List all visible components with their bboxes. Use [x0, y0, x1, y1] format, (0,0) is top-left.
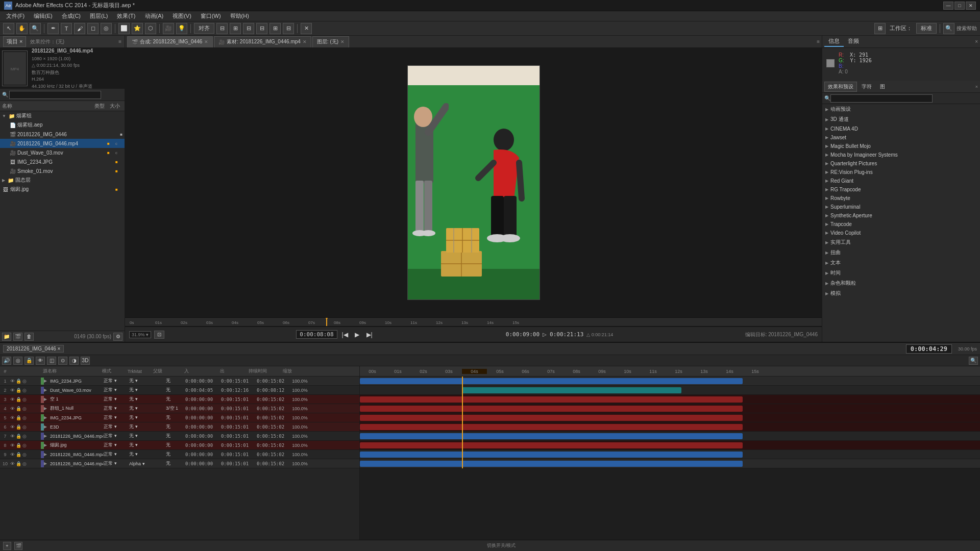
project-tab[interactable]: 项目 ×: [3, 36, 26, 47]
minimize-button[interactable]: —: [943, 2, 953, 10]
layer-trk[interactable]: 无 ▾: [129, 423, 155, 430]
layer-expand-icon[interactable]: ▶: [44, 461, 50, 466]
layer-expand-icon[interactable]: ▶: [44, 415, 50, 420]
layer-eye-icon[interactable]: 👁: [10, 388, 15, 393]
align-left[interactable]: ⊟: [216, 23, 228, 34]
layer-lock-icon[interactable]: 🔒: [16, 452, 21, 457]
tool-light[interactable]: 💡: [176, 23, 187, 34]
layer-lock-icon[interactable]: 🔒: [16, 424, 21, 430]
effects-cat-noise[interactable]: ▶ 杂色和颗粒: [822, 278, 980, 288]
tl-lock[interactable]: 🔒: [24, 357, 34, 365]
effects-cat-superluminal[interactable]: ▶ Superluminal: [822, 203, 980, 211]
layer-solo-icon[interactable]: ◎: [22, 388, 27, 393]
prev-frame-btn[interactable]: |◀: [340, 330, 350, 339]
layer-trk[interactable]: 无 ▾: [129, 414, 155, 421]
tl-adjustment[interactable]: ◑: [69, 357, 79, 365]
layer-solo-icon[interactable]: ◎: [22, 443, 27, 448]
tab-info[interactable]: 信息: [824, 36, 844, 47]
tool-eraser[interactable]: ◻: [87, 23, 99, 34]
effects-cat-rowbyte[interactable]: ▶ Rowbyte: [822, 194, 980, 203]
next-frame-btn[interactable]: ▶|: [365, 330, 374, 339]
current-time-display[interactable]: 0:00:08:08: [296, 330, 337, 339]
list-item[interactable]: 📄 烟雾组.aep: [0, 120, 125, 130]
layer-mode[interactable]: 正常 ▾: [104, 423, 129, 430]
layer-expand-icon[interactable]: ▶: [44, 379, 50, 383]
tab-render[interactable]: 图层: (无) ✕: [312, 36, 349, 47]
search-help-btn[interactable]: 🔍: [943, 23, 954, 34]
effects-cat-video-copilot[interactable]: ▶ Video Copilot: [822, 229, 980, 237]
tab-render-close[interactable]: ✕: [340, 39, 345, 44]
close-button[interactable]: ✕: [966, 2, 976, 10]
tool-shape2[interactable]: ⭐: [132, 23, 143, 34]
tl-solo[interactable]: ◎: [13, 357, 22, 365]
layer-eye-icon[interactable]: 👁: [10, 424, 15, 430]
tl-toggle-audio[interactable]: 🔊: [2, 357, 11, 365]
layer-trk[interactable]: 无 ▾: [129, 387, 155, 393]
layer-trk[interactable]: 无 ▾: [129, 442, 155, 448]
layer-eye-icon[interactable]: 👁: [10, 406, 15, 411]
layer-lock-icon[interactable]: 🔒: [16, 434, 21, 439]
layer-mode[interactable]: 正常 ▾: [104, 442, 129, 448]
window-controls[interactable]: — □ ✕: [943, 2, 976, 10]
zoom-level[interactable]: 31.9% ▾: [129, 331, 151, 338]
new-comp-btn[interactable]: 🎬: [13, 333, 22, 341]
layer-solo-icon[interactable]: ◎: [22, 452, 27, 457]
layer-expand-icon[interactable]: ▶: [44, 397, 50, 402]
project-search-input[interactable]: [9, 91, 101, 99]
menu-file[interactable]: 文件(F): [2, 11, 29, 21]
tool-text[interactable]: T: [61, 23, 72, 34]
layer-eye-icon[interactable]: 👁: [10, 434, 15, 439]
effects-cat-trapcode[interactable]: ▶ Trapcode: [822, 220, 980, 229]
layer-eye-icon[interactable]: 👁: [10, 397, 15, 402]
composition-ruler[interactable]: 0s 01s 02s 03s 04s 05s 06s 07s 08s 09s 1…: [125, 317, 822, 327]
layer-solo-icon[interactable]: ◎: [22, 461, 27, 466]
layer-eye-icon[interactable]: 👁: [10, 415, 15, 420]
layer-expand-icon[interactable]: ▶: [44, 452, 50, 457]
tool-pen[interactable]: ✒: [47, 23, 59, 34]
tab-effects-presets[interactable]: 效果和预设: [824, 82, 857, 92]
layer-expand-icon[interactable]: ▶: [44, 388, 50, 392]
layer-mode[interactable]: 正常 ▾: [104, 378, 129, 384]
layer-expand-icon[interactable]: ▶: [44, 443, 50, 447]
effects-cat-jawset[interactable]: ▶ Jawset: [822, 133, 980, 142]
effects-cat-utility[interactable]: ▶ 实用工具: [822, 237, 980, 247]
layer-lock-icon[interactable]: 🔒: [16, 406, 21, 411]
tab-source-close[interactable]: ✕: [303, 39, 307, 44]
layer-eye-icon[interactable]: 👁: [10, 443, 15, 448]
align-top[interactable]: ⊟: [256, 23, 267, 34]
tool-shape1[interactable]: ⬜: [118, 23, 130, 34]
menu-layer[interactable]: 图层(L): [86, 11, 112, 21]
layer-solo-icon[interactable]: ◎: [22, 397, 27, 402]
panel-options-btn[interactable]: ≡: [817, 39, 820, 44]
layer-solo-icon[interactable]: ◎: [22, 379, 27, 384]
list-item[interactable]: ▶ 📁 固态层: [0, 176, 125, 185]
layer-eye-icon[interactable]: 👁: [10, 452, 15, 457]
tl-shy[interactable]: 👁: [36, 357, 45, 365]
tool-camera[interactable]: 🎥: [163, 23, 174, 34]
menu-window[interactable]: 窗口(W): [197, 11, 225, 21]
menu-comp[interactable]: 合成(C): [58, 11, 85, 21]
tl-motion-blur[interactable]: ⊙: [58, 357, 67, 365]
tab-character[interactable]: 字符: [858, 82, 875, 92]
list-item[interactable]: 🎥 Smoke_01.mov ■: [0, 166, 125, 176]
snap-toggle[interactable]: ✕: [301, 23, 312, 34]
tool-puppet[interactable]: ◎: [101, 23, 112, 34]
layer-eye-icon[interactable]: 👁: [10, 379, 15, 384]
menu-effect[interactable]: 效果(T): [113, 11, 139, 21]
tool-shape3[interactable]: ⬡: [145, 23, 156, 34]
panel-menu-btn[interactable]: ≡: [118, 39, 121, 44]
tl-search-layer[interactable]: 🔍: [969, 357, 978, 365]
timeline-tracks-area[interactable]: 00s 01s 02s 03s 04s 05s 06s 07s 08s 09s …: [360, 366, 980, 540]
effects-tab-label[interactable]: 效果控件：(无): [30, 38, 64, 45]
delete-btn[interactable]: 🗑: [24, 333, 34, 341]
menu-view[interactable]: 视图(V): [168, 11, 195, 21]
tl-frame-blend[interactable]: ◫: [47, 357, 56, 365]
effects-cat-redgiant[interactable]: ▶ Red Giant: [822, 177, 980, 185]
effects-cat-synthetic-aperture[interactable]: ▶ Synthetic Aperture: [822, 211, 980, 220]
layer-trk[interactable]: Alpha ▾: [129, 461, 155, 466]
layer-trk[interactable]: 无 ▾: [129, 451, 155, 458]
layer-trk[interactable]: 无 ▾: [129, 396, 155, 403]
layer-trk[interactable]: 无 ▾: [129, 433, 155, 439]
tool-hand[interactable]: ✋: [16, 23, 28, 34]
effects-cat-time[interactable]: ▶ 时间: [822, 268, 980, 278]
